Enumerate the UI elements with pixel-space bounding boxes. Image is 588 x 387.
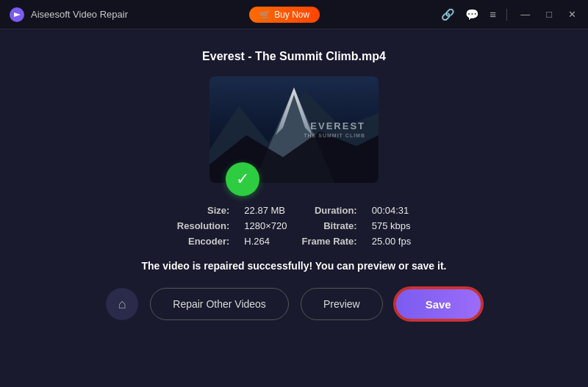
chat-icon[interactable]: 💬 (465, 8, 479, 21)
maximize-button[interactable]: □ (543, 7, 555, 21)
success-message: The video is repaired successfully! You … (142, 260, 447, 272)
everest-overlay-text: EVEREST THE SUMMIT CLIMB (304, 120, 365, 140)
video-title: Everest - The Summit Climb.mp4 (202, 50, 386, 63)
minimize-button[interactable]: — (517, 7, 533, 21)
title-bar-center: 🛒 Buy Now (249, 7, 320, 23)
link-icon[interactable]: 🔗 (441, 8, 455, 21)
app-title: Aiseesoft Video Repair (31, 9, 128, 20)
size-value: 22.87 MB (244, 205, 287, 216)
buy-now-button[interactable]: 🛒 Buy Now (249, 7, 320, 23)
encoder-label: Encoder: (177, 236, 230, 247)
bitrate-value: 575 kbps (372, 220, 412, 231)
success-check-badge: ✓ (226, 162, 259, 196)
duration-label: Duration: (302, 205, 357, 216)
size-label: Size: (177, 205, 230, 216)
bitrate-label: Bitrate: (302, 220, 357, 231)
bottom-buttons: ⌂ Repair Other Videos Preview Save (106, 288, 481, 320)
cart-icon: 🛒 (259, 10, 270, 20)
save-button[interactable]: Save (395, 288, 482, 320)
video-info-grid: Size: 22.87 MB Duration: 00:04:31 Resolu… (177, 205, 411, 247)
title-bar-left: Aiseesoft Video Repair (9, 7, 128, 23)
home-icon: ⌂ (118, 297, 126, 312)
close-button[interactable]: ✕ (565, 7, 579, 21)
framerate-label: Frame Rate: (302, 236, 357, 247)
preview-button[interactable]: Preview (301, 288, 383, 320)
resolution-label: Resolution: (177, 220, 230, 231)
thumbnail-container: EVEREST THE SUMMIT CLIMB ✓ (209, 76, 379, 183)
home-button[interactable]: ⌂ (106, 288, 138, 320)
framerate-value: 25.00 fps (372, 236, 412, 247)
title-bar-divider (506, 9, 507, 21)
repair-other-videos-button[interactable]: Repair Other Videos (150, 288, 289, 320)
duration-value: 00:04:31 (372, 205, 412, 216)
menu-icon[interactable]: ≡ (490, 8, 496, 21)
title-bar-right: 🔗 💬 ≡ — □ ✕ (441, 7, 579, 21)
main-content: Everest - The Summit Climb.mp4 (0, 29, 588, 387)
title-bar: Aiseesoft Video Repair 🛒 Buy Now 🔗 💬 ≡ —… (0, 0, 588, 29)
app-logo-icon (9, 7, 25, 23)
encoder-value: H.264 (244, 236, 287, 247)
resolution-value: 1280×720 (244, 220, 287, 231)
